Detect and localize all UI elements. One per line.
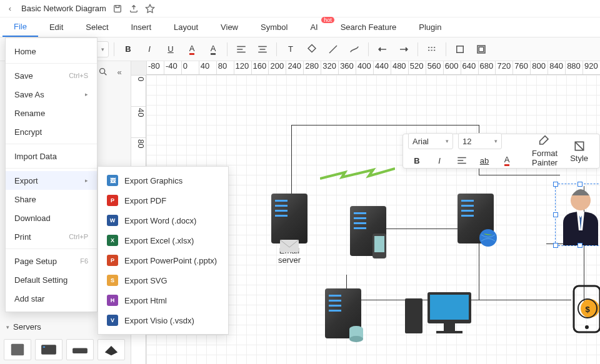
node-server-db[interactable] <box>325 288 361 338</box>
svg-rect-8 <box>72 348 88 353</box>
star-icon[interactable] <box>145 4 155 14</box>
menu-share[interactable]: Share <box>6 190 97 209</box>
svg-rect-6 <box>41 345 56 354</box>
float-font-select[interactable]: Arial▾ <box>408 133 453 149</box>
fill-button[interactable]: Fill <box>597 140 600 163</box>
menu-home[interactable]: Home <box>6 42 97 61</box>
export-option[interactable]: HExport Html <box>98 290 228 310</box>
page-fit-button[interactable] <box>451 41 469 58</box>
export-option[interactable]: 🖼Export Graphics <box>98 170 228 190</box>
shape-thumbnails <box>0 335 131 364</box>
lightning-connector[interactable] <box>320 167 395 186</box>
arrow-start-button[interactable] <box>374 41 391 58</box>
font-color-button[interactable]: A <box>183 41 201 58</box>
back-icon[interactable]: ‹ <box>5 4 15 14</box>
svg-rect-20 <box>436 331 462 333</box>
node-server-globe[interactable] <box>458 194 494 243</box>
menu-encrypt[interactable]: Encrypt <box>6 122 97 141</box>
save-icon[interactable] <box>112 4 122 14</box>
svg-rect-19 <box>444 323 455 331</box>
node-phone-payment[interactable]: $ <box>571 285 600 335</box>
italic-button[interactable]: I <box>141 41 158 58</box>
menu-file[interactable]: File <box>2 17 38 37</box>
menu-export[interactable]: Export▸ <box>6 171 97 190</box>
arrow-end-button[interactable] <box>395 41 412 58</box>
menu-layout[interactable]: Layout <box>162 18 209 36</box>
shape-thumb[interactable] <box>66 339 94 360</box>
connector-button[interactable] <box>346 41 363 58</box>
menu-insert[interactable]: Insert <box>120 18 163 36</box>
svg-point-15 <box>349 336 363 342</box>
export-option[interactable]: VExport Visio (.vsdx) <box>98 310 228 330</box>
document-title: Basic Network Diagram <box>21 4 106 13</box>
fill-color-button[interactable] <box>303 41 321 58</box>
underline-button[interactable]: U <box>162 41 179 58</box>
float-text-style[interactable]: ab <box>476 152 493 169</box>
svg-point-12 <box>479 229 497 247</box>
format-painter-button[interactable]: Format Painter <box>528 135 561 167</box>
menu-save-as[interactable]: Save As▸ <box>6 85 97 104</box>
svg-rect-0 <box>114 5 121 12</box>
menu-page-setup[interactable]: Page SetupF6 <box>6 252 97 270</box>
export-option[interactable]: PExport PowerPoint (.pptx) <box>98 250 228 270</box>
node-server-phone[interactable] <box>350 206 386 256</box>
menu-view[interactable]: View <box>209 18 249 36</box>
selection-box[interactable] <box>555 184 600 246</box>
menu-plugin[interactable]: Plugin <box>408 18 452 36</box>
menu-ai[interactable]: AIhot <box>299 18 329 36</box>
svg-rect-1 <box>457 46 464 52</box>
menu-save[interactable]: SaveCtrl+S <box>6 66 97 85</box>
text-tool-button[interactable]: T <box>282 41 299 58</box>
export-option[interactable]: XExport Excel (.xlsx) <box>98 230 228 250</box>
shape-thumb[interactable] <box>98 339 125 360</box>
node-email-server[interactable]: Email server <box>271 194 308 265</box>
svg-rect-5 <box>11 344 24 356</box>
menu-import[interactable]: Import Data <box>6 147 97 165</box>
menu-edit[interactable]: Edit <box>38 18 74 36</box>
selection-toolbar: Arial▾ 12▾ B I ab A Format Painter Style… <box>402 134 600 169</box>
align-vertical-button[interactable] <box>254 41 271 58</box>
menu-symbol[interactable]: Symbol <box>249 18 299 36</box>
menu-add-star[interactable]: Add star <box>6 289 97 308</box>
menubar: File Edit Select Insert Layout View Symb… <box>0 17 600 37</box>
export-option[interactable]: PExport PDF <box>98 190 228 210</box>
menu-rename[interactable]: Rename <box>6 104 97 122</box>
float-bold[interactable]: B <box>408 152 426 169</box>
menu-download[interactable]: Download <box>6 209 97 227</box>
svg-text:$: $ <box>585 305 590 314</box>
collapse-icon[interactable]: « <box>114 67 124 77</box>
menu-print[interactable]: PrintCtrl+P <box>6 227 97 246</box>
menu-select[interactable]: Select <box>74 18 119 36</box>
shape-thumb[interactable] <box>4 339 31 360</box>
file-menu-dropdown: Home SaveCtrl+S Save As▸ Rename Encrypt … <box>5 37 98 312</box>
float-size-select[interactable]: 12▾ <box>458 133 502 149</box>
style-button[interactable]: Style <box>566 140 592 163</box>
line-color-button[interactable] <box>324 41 342 58</box>
share-icon[interactable] <box>129 4 139 14</box>
bold-button[interactable]: B <box>119 41 137 58</box>
svg-rect-11 <box>374 236 384 252</box>
export-submenu: 🖼Export GraphicsPExport PDFWExport Word … <box>98 166 229 335</box>
svg-rect-18 <box>430 295 469 320</box>
menu-default-setting[interactable]: Default Setting <box>6 270 97 289</box>
float-align[interactable] <box>453 152 471 169</box>
svg-point-4 <box>100 69 105 74</box>
node-person[interactable] <box>556 184 600 247</box>
svg-rect-7 <box>43 347 45 348</box>
float-italic[interactable]: I <box>431 152 448 169</box>
menu-search-feature[interactable]: Search Feature <box>329 18 408 36</box>
float-font-color[interactable]: A <box>498 152 516 169</box>
node-desktop[interactable] <box>405 288 474 338</box>
align-left-button[interactable] <box>232 41 250 58</box>
page-width-button[interactable] <box>472 41 490 58</box>
highlight-button[interactable]: A <box>204 41 222 58</box>
line-style-button[interactable] <box>423 41 441 58</box>
search-icon[interactable] <box>98 67 108 77</box>
ruler-horizontal: -80-400408012016020024028032036040044048… <box>146 61 600 75</box>
svg-point-23 <box>585 325 589 329</box>
svg-rect-3 <box>479 47 484 52</box>
export-option[interactable]: WExport Word (.docx) <box>98 210 228 230</box>
svg-rect-16 <box>405 298 422 333</box>
export-option[interactable]: SExport SVG <box>98 270 228 290</box>
shape-thumb[interactable] <box>35 339 62 360</box>
